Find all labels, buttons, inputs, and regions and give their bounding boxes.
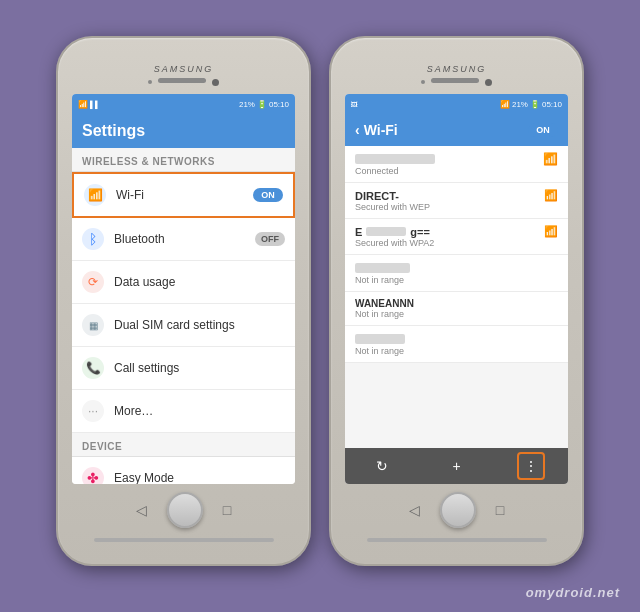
photo-icon: 🖼 bbox=[351, 101, 358, 108]
network-name-row-2: E g== bbox=[355, 226, 430, 238]
more-icon: ··· bbox=[82, 400, 104, 422]
phone-screen-left: 📶 ▌▌ 21% 🔋 05:10 Settings WIRELESS & NET… bbox=[72, 94, 295, 484]
network-name-0 bbox=[355, 154, 435, 164]
network-name-1: DIRECT- bbox=[355, 190, 399, 202]
status-icons-left: 📶 ▌▌ bbox=[78, 100, 100, 109]
wifi-status-1: Secured with WEP bbox=[355, 202, 558, 212]
battery-right: 21% bbox=[512, 100, 528, 109]
status-right-right: 📶 21% 🔋 05:10 bbox=[500, 100, 562, 109]
network-name-4: WANEANNN bbox=[355, 298, 414, 309]
wifi-status-2: Secured with WPA2 bbox=[355, 238, 558, 248]
wifi-screen-title: Wi-Fi bbox=[364, 122, 398, 138]
phone-right: SAMSUNG 🖼 📶 21% 🔋 05:10 bbox=[329, 36, 584, 566]
home-btn-left[interactable] bbox=[167, 492, 203, 528]
call-settings-icon: 📞 bbox=[82, 357, 104, 379]
phone-speaker-right bbox=[431, 78, 479, 83]
data-usage-label: Data usage bbox=[114, 275, 285, 289]
phone-camera-row-left bbox=[148, 78, 219, 86]
wifi-status-4: Not in range bbox=[355, 309, 558, 319]
easy-mode-label: Easy Mode bbox=[114, 471, 285, 484]
network-name-5 bbox=[355, 334, 405, 344]
wifi-network-row-1: DIRECT- 📶 bbox=[355, 189, 558, 202]
back-btn-left[interactable]: ◁ bbox=[136, 502, 147, 518]
phone-sensor-right bbox=[421, 80, 425, 84]
wifi-signal-1: 📶 bbox=[544, 189, 558, 202]
bluetooth-icon: ᛒ bbox=[82, 228, 104, 250]
time-left: 05:10 bbox=[269, 100, 289, 109]
network-blur-2 bbox=[366, 227, 406, 236]
recent-btn-right[interactable]: □ bbox=[496, 502, 504, 518]
sim-status-icon: ▌▌ bbox=[90, 101, 100, 108]
bottom-stripe-right bbox=[367, 538, 547, 542]
wifi-status-0: Connected bbox=[355, 166, 558, 176]
wifi-network-nir-2[interactable]: WANEANNN Not in range bbox=[345, 292, 568, 326]
wifi-network-row-3 bbox=[355, 261, 558, 275]
wifi-more-btn[interactable]: ⋮ bbox=[517, 452, 545, 480]
settings-item-easy-mode[interactable]: ✤ Easy Mode bbox=[72, 457, 295, 484]
settings-item-data-usage[interactable]: ⟳ Data usage bbox=[72, 261, 295, 304]
phone-sensor-left bbox=[148, 80, 152, 84]
phone-left: SAMSUNG 📶 ▌▌ 21% 🔋 05:10 bbox=[56, 36, 311, 566]
nav-bar-left: ◁ □ bbox=[136, 492, 231, 528]
wifi-signal-0: 📶 bbox=[543, 152, 558, 166]
battery-icon-left: 🔋 bbox=[257, 100, 267, 109]
wifi-status-3: Not in range bbox=[355, 275, 558, 285]
settings-item-wifi[interactable]: 📶 Wi-Fi ON bbox=[72, 172, 295, 218]
wifi-status-icon: 📶 bbox=[78, 100, 88, 109]
device-section-label: DEVICE bbox=[72, 433, 295, 457]
home-btn-right[interactable] bbox=[440, 492, 476, 528]
wifi-status-5: Not in range bbox=[355, 346, 558, 356]
data-usage-icon: ⟳ bbox=[82, 271, 104, 293]
dual-sim-icon: ▦ bbox=[82, 314, 104, 336]
network-name-3 bbox=[355, 263, 410, 273]
phone-camera-right bbox=[485, 79, 492, 86]
wifi-network-nir-3[interactable]: Not in range bbox=[345, 326, 568, 363]
network-name-row-4: WANEANNN bbox=[355, 298, 414, 309]
easy-mode-icon: ✤ bbox=[82, 467, 104, 484]
wifi-bottom-bar: ↻ + ⋮ bbox=[345, 448, 568, 484]
network-name-2: E bbox=[355, 226, 362, 238]
wifi-header-left: ‹ Wi-Fi bbox=[355, 122, 398, 138]
wireless-section-label: WIRELESS & NETWORKS bbox=[72, 148, 295, 172]
watermark: omydroid.net bbox=[526, 585, 620, 600]
settings-item-call[interactable]: 📞 Call settings bbox=[72, 347, 295, 390]
phone-top-bar-left: SAMSUNG bbox=[58, 38, 309, 90]
wifi-network-wpa2[interactable]: E g== 📶 Secured with WPA2 bbox=[345, 219, 568, 255]
battery-icon-right: 🔋 bbox=[530, 100, 540, 109]
network-suffix-2: g== bbox=[410, 226, 430, 238]
dual-sim-label: Dual SIM card settings bbox=[114, 318, 285, 332]
nav-bar-right: ◁ □ bbox=[409, 492, 504, 528]
wifi-screen-toggle[interactable]: ON bbox=[528, 123, 558, 137]
wifi-refresh-btn[interactable]: ↻ bbox=[368, 452, 396, 480]
wifi-toggle[interactable]: ON bbox=[253, 188, 283, 202]
bluetooth-toggle[interactable]: OFF bbox=[255, 232, 285, 246]
status-bar-right: 🖼 📶 21% 🔋 05:10 bbox=[345, 94, 568, 114]
back-arrow[interactable]: ‹ bbox=[355, 122, 360, 138]
samsung-logo-left: SAMSUNG bbox=[154, 64, 214, 74]
phone-camera-left bbox=[212, 79, 219, 86]
wifi-label: Wi-Fi bbox=[116, 188, 243, 202]
wifi-network-connected[interactable]: 📶 Connected bbox=[345, 146, 568, 183]
back-btn-right[interactable]: ◁ bbox=[409, 502, 420, 518]
settings-item-more[interactable]: ··· More… bbox=[72, 390, 295, 433]
wifi-network-row-5 bbox=[355, 332, 558, 346]
bluetooth-label: Bluetooth bbox=[114, 232, 245, 246]
battery-left: 21% bbox=[239, 100, 255, 109]
wifi-network-nir-1[interactable]: Not in range bbox=[345, 255, 568, 292]
recent-btn-left[interactable]: □ bbox=[223, 502, 231, 518]
status-right-left: 21% 🔋 05:10 bbox=[239, 100, 289, 109]
wifi-icon: 📶 bbox=[84, 184, 106, 206]
wifi-network-wep[interactable]: DIRECT- 📶 Secured with WEP bbox=[345, 183, 568, 219]
settings-item-dual-sim[interactable]: ▦ Dual SIM card settings bbox=[72, 304, 295, 347]
settings-item-bluetooth[interactable]: ᛒ Bluetooth OFF bbox=[72, 218, 295, 261]
status-bar-left: 📶 ▌▌ 21% 🔋 05:10 bbox=[72, 94, 295, 114]
wifi-add-btn[interactable]: + bbox=[442, 452, 470, 480]
samsung-logo-right: SAMSUNG bbox=[427, 64, 487, 74]
wifi-signal-2: 📶 bbox=[544, 225, 558, 238]
more-label: More… bbox=[114, 404, 285, 418]
phone-top-bar-right: SAMSUNG bbox=[331, 38, 582, 90]
wifi-network-row-0: 📶 bbox=[355, 152, 558, 166]
phones-container: SAMSUNG 📶 ▌▌ 21% 🔋 05:10 bbox=[56, 36, 584, 566]
call-settings-label: Call settings bbox=[114, 361, 285, 375]
phone-screen-right: 🖼 📶 21% 🔋 05:10 ‹ Wi-Fi ON bbox=[345, 94, 568, 484]
